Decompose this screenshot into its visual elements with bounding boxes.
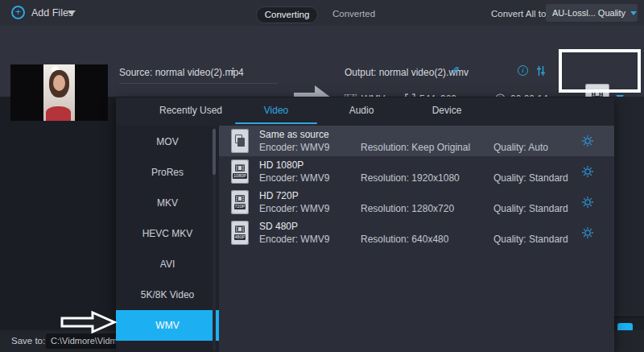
save-to-label: Save to:: [11, 336, 45, 346]
file-item-row: Source: normal video(2).mp4 i MP4 | 544x…: [0, 26, 644, 97]
profile-quality: Quality: Standard: [493, 172, 568, 184]
profile-encoder: Encoder: WMV9: [259, 142, 329, 153]
profile-row-sd-480p[interactable]: 480P SD 480P Encoder: WMV9 Resolution: 6…: [219, 217, 614, 248]
sidebar-item-webm[interactable]: WEBM: [116, 341, 219, 352]
sidebar-item-5k8k[interactable]: 5K/8K Video: [116, 280, 219, 310]
gear-icon[interactable]: [581, 135, 594, 147]
profile-resolution: Resolution: 1280x720: [361, 203, 454, 214]
sidebar-item-wmv[interactable]: WMV: [116, 310, 219, 341]
profile-quality: Quality: Auto: [493, 142, 548, 153]
sidebar-item-avi[interactable]: AVI: [116, 249, 219, 280]
video-thumbnail[interactable]: [10, 64, 108, 121]
tab-device[interactable]: Device: [404, 97, 489, 126]
output-title: Output: normal video(2).wmv: [345, 67, 469, 78]
profile-row-hd-1080p[interactable]: 1080P HD 1080P Encoder: WMV9 Resolution:…: [219, 156, 614, 187]
thumbnail-frame: [43, 64, 75, 121]
profile-row-hd-720p[interactable]: 720P HD 720P Encoder: WMV9 Resolution: 1…: [219, 187, 614, 217]
sidebar-item-mkv[interactable]: MKV: [116, 188, 219, 218]
rename-pencil-icon[interactable]: ✎: [451, 64, 460, 77]
source-info-icon[interactable]: i: [231, 66, 233, 78]
convert-all-dropdown[interactable]: AU-Lossl... Quality: [546, 4, 638, 22]
format-picker-panel: Recently Used Video Audio Device MOV Pro…: [116, 97, 614, 352]
tab-converting[interactable]: Converting: [256, 6, 318, 23]
profile-badge: 1080P: [233, 173, 247, 179]
source-title: Source: normal video(2).mp4: [119, 67, 244, 78]
profile-quality: Quality: Standard: [493, 234, 568, 245]
tab-recently-used[interactable]: Recently Used: [148, 97, 233, 126]
gear-icon[interactable]: [581, 165, 594, 178]
profile-name: HD 720P: [259, 190, 299, 201]
convert-all-value: AU-Lossl... Quality: [552, 8, 625, 18]
output-info-icon[interactable]: i: [518, 65, 528, 76]
app-window: + Add Files Converting Converted Convert…: [0, 0, 644, 352]
annotation-highlight-box: [559, 49, 641, 93]
profile-row-same-as-source[interactable]: Same as source Encoder: WMV9 Resolution:…: [219, 126, 614, 156]
format-sidebar: MOV ProRes MKV HEVC MKV AVI 5K/8K Video …: [116, 126, 219, 352]
settings-sliders-icon[interactable]: [535, 65, 547, 77]
profile-encoder: Encoder: WMV9: [259, 234, 329, 245]
sidebar-scrollbar-thumb[interactable]: [213, 129, 216, 175]
top-toolbar: + Add Files Converting Converted Convert…: [0, 0, 644, 26]
profile-resolution: Resolution: 640x480: [361, 234, 448, 245]
profile-resolution: Resolution: Keep Original: [361, 142, 470, 153]
save-path-field[interactable]: C:\Vidmore\Vidmor: [46, 333, 126, 349]
annotation-arrow-icon: [60, 310, 118, 334]
tab-audio[interactable]: Audio: [319, 97, 404, 126]
film-strip-icon: 480P: [231, 221, 249, 245]
profile-encoder: Encoder: WMV9: [259, 203, 329, 214]
gear-icon[interactable]: [581, 196, 594, 209]
sidebar-item-hevc-mkv[interactable]: HEVC MKV: [116, 218, 219, 249]
profile-badge: 480P: [234, 234, 246, 240]
list-background: [614, 97, 644, 317]
profile-resolution: Resolution: 1920x1080: [361, 172, 460, 184]
divider: [119, 83, 278, 84]
tab-video[interactable]: Video: [233, 97, 319, 126]
sidebar-item-prores[interactable]: ProRes: [116, 157, 219, 188]
profile-name: SD 480P: [259, 221, 298, 232]
film-strip-icon: 720P: [231, 190, 249, 214]
tab-converted[interactable]: Converted: [332, 9, 375, 19]
panel-tab-bar: Recently Used Video Audio Device: [116, 97, 614, 126]
sidebar-item-mov[interactable]: MOV: [116, 126, 219, 157]
profile-quality: Quality: Standard: [493, 203, 568, 214]
profile-list: Same as source Encoder: WMV9 Resolution:…: [219, 126, 614, 248]
gear-icon[interactable]: [581, 226, 594, 239]
copy-icon: [231, 129, 249, 153]
add-files-caret-icon[interactable]: [68, 10, 76, 15]
chevron-down-icon: [630, 11, 637, 15]
profile-name: Same as source: [259, 129, 329, 140]
convert-all-label: Convert All to:: [491, 9, 549, 19]
profile-name: HD 1080P: [259, 159, 303, 171]
film-strip-icon: 1080P: [231, 159, 249, 184]
add-files-plus-icon[interactable]: +: [11, 6, 25, 19]
profile-encoder: Encoder: WMV9: [259, 172, 329, 184]
profile-badge: 720P: [234, 204, 246, 209]
